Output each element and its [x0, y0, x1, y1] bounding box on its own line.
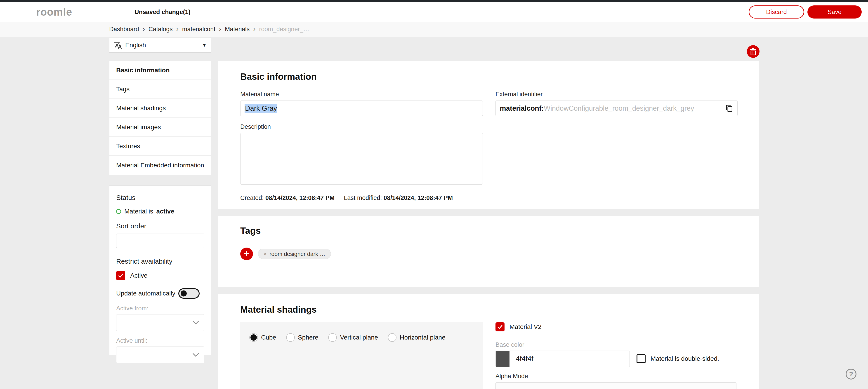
- material-shadings-panel: Material shadings Cube Sphere Vertical p…: [218, 294, 759, 389]
- radio-selected-icon: [249, 333, 258, 342]
- radio-horizontal-plane[interactable]: Horizontal plane: [388, 333, 445, 342]
- timestamps-line: Created: 08/14/2024, 12:08:47 PM Last mo…: [240, 195, 483, 201]
- alpha-mode-select[interactable]: [495, 383, 737, 389]
- nav-item-basic-information[interactable]: Basic information: [110, 61, 211, 80]
- breadcrumb-catalogs[interactable]: Catalogs: [149, 26, 173, 33]
- material-v2-checkbox[interactable]: [495, 322, 504, 331]
- nav-item-tags[interactable]: Tags: [110, 80, 211, 99]
- checkmark-icon: [118, 273, 124, 279]
- toggle-knob: [181, 291, 187, 297]
- double-sided-label: Material is double-sided.: [651, 355, 719, 362]
- radio-sphere-label: Sphere: [298, 334, 318, 341]
- tag-chip[interactable]: × room designer dark …: [258, 249, 331, 259]
- checkmark-icon: [497, 324, 503, 330]
- remove-tag-icon[interactable]: ×: [264, 251, 267, 257]
- language-value: English: [125, 41, 146, 49]
- language-select[interactable]: English ▼: [109, 38, 211, 53]
- window-top-strip: [0, 0, 868, 2]
- active-until-select[interactable]: [116, 347, 204, 363]
- material-name-input[interactable]: Dark Gray: [240, 100, 483, 116]
- add-tag-button[interactable]: +: [240, 248, 253, 260]
- breadcrumb-separator: ›: [176, 26, 179, 33]
- alpha-mode-label: Alpha Mode: [495, 373, 738, 380]
- delete-material-button[interactable]: [747, 45, 760, 58]
- chevron-down-icon: ▼: [202, 43, 207, 48]
- active-until-label: Active until:: [116, 337, 204, 344]
- update-automatically-row: Update automatically: [116, 288, 204, 299]
- radio-cube[interactable]: Cube: [249, 333, 276, 342]
- chevron-down-icon: [192, 321, 199, 325]
- material-name-value: Dark Gray: [245, 104, 277, 113]
- app-header: roomle Unsaved change(1) Discard Save: [0, 2, 868, 22]
- unsaved-changes-label: Unsaved change(1): [134, 8, 191, 15]
- double-sided-checkbox[interactable]: [637, 354, 646, 363]
- update-automatically-toggle[interactable]: [178, 288, 199, 299]
- status-title: Status: [116, 194, 204, 201]
- base-color-label: Base color: [495, 341, 738, 348]
- active-status-icon: [116, 209, 121, 214]
- tags-title: Tags: [240, 226, 738, 236]
- tags-panel: Tags + × room designer dark …: [218, 216, 759, 287]
- breadcrumb-materials[interactable]: Materials: [225, 26, 250, 33]
- status-panel: Status Material is active Sort order Res…: [109, 186, 211, 355]
- breadcrumb-dashboard[interactable]: Dashboard: [109, 26, 139, 33]
- breadcrumb: Dashboard › Catalogs › materialconf › Ma…: [0, 22, 868, 37]
- external-identifier-prefix: materialconf:: [500, 104, 544, 112]
- question-mark-icon: ?: [849, 370, 853, 378]
- sort-order-label: Sort order: [116, 222, 204, 230]
- shading-preview-box: Cube Sphere Vertical plane Horizontal pl…: [240, 322, 483, 389]
- radio-icon: [328, 333, 337, 342]
- help-button[interactable]: ?: [846, 369, 857, 380]
- active-from-label: Active from:: [116, 305, 204, 312]
- radio-icon: [388, 333, 397, 342]
- modified-label: Last modified:: [344, 195, 382, 201]
- external-identifier-value: WindowConfigurable_room_designer_dark_gr…: [544, 104, 694, 112]
- material-is-label: Material is: [124, 208, 153, 215]
- discard-button[interactable]: Discard: [749, 5, 804, 19]
- save-button[interactable]: Save: [807, 5, 862, 19]
- restrict-availability-title: Restrict availability: [116, 258, 204, 265]
- base-color-value: 4f4f4f: [509, 355, 533, 363]
- active-checkbox[interactable]: [116, 271, 125, 280]
- nav-item-material-embedded-information[interactable]: Material Embedded information: [110, 156, 211, 175]
- active-from-select[interactable]: [116, 314, 204, 331]
- radio-vertical-plane-label: Vertical plane: [340, 334, 378, 341]
- nav-item-material-images[interactable]: Material images: [110, 118, 211, 137]
- material-v2-label: Material V2: [509, 323, 541, 330]
- external-identifier-field[interactable]: materialconf: WindowConfigurable_room_de…: [495, 100, 738, 116]
- breadcrumb-separator: ›: [219, 26, 221, 33]
- breadcrumb-separator: ›: [143, 26, 145, 33]
- modified-value: 08/14/2024, 12:08:47 PM: [383, 195, 453, 201]
- created-label: Created:: [240, 195, 264, 201]
- description-label: Description: [240, 123, 483, 130]
- sort-order-input[interactable]: [116, 234, 204, 248]
- active-checkbox-label: Active: [130, 272, 147, 279]
- breadcrumb-materialconf[interactable]: materialconf: [182, 26, 215, 33]
- roomle-logo: roomle: [36, 6, 72, 18]
- radio-horizontal-plane-label: Horizontal plane: [400, 334, 445, 341]
- preview-shape-options: Cube Sphere Vertical plane Horizontal pl…: [249, 333, 483, 342]
- material-name-label: Material name: [240, 91, 483, 98]
- section-nav: Basic information Tags Material shadings…: [109, 61, 211, 175]
- material-shadings-title: Material shadings: [240, 304, 738, 315]
- update-automatically-label: Update automatically: [116, 290, 175, 297]
- trash-icon: [750, 48, 756, 55]
- material-state-row: Material is active: [116, 208, 204, 215]
- translate-icon: [114, 41, 122, 49]
- base-color-input[interactable]: 4f4f4f: [495, 351, 630, 367]
- color-swatch[interactable]: [496, 351, 509, 367]
- basic-information-title: Basic information: [240, 72, 738, 82]
- created-value: 08/14/2024, 12:08:47 PM: [266, 195, 335, 201]
- base-color-row: 4f4f4f Material is double-sided.: [495, 351, 738, 367]
- radio-sphere[interactable]: Sphere: [286, 333, 318, 342]
- breadcrumb-current-material: room_designer_…: [259, 26, 309, 33]
- description-textarea[interactable]: [240, 133, 483, 185]
- radio-icon: [286, 333, 295, 342]
- header-actions: Discard Save: [749, 5, 862, 19]
- radio-cube-label: Cube: [261, 334, 276, 341]
- nav-item-textures[interactable]: Textures: [110, 137, 211, 156]
- nav-item-material-shadings[interactable]: Material shadings: [110, 99, 211, 118]
- page-body: English ▼ Basic information Tags Materia…: [0, 37, 868, 389]
- copy-identifier-button[interactable]: [725, 105, 733, 112]
- radio-vertical-plane[interactable]: Vertical plane: [328, 333, 378, 342]
